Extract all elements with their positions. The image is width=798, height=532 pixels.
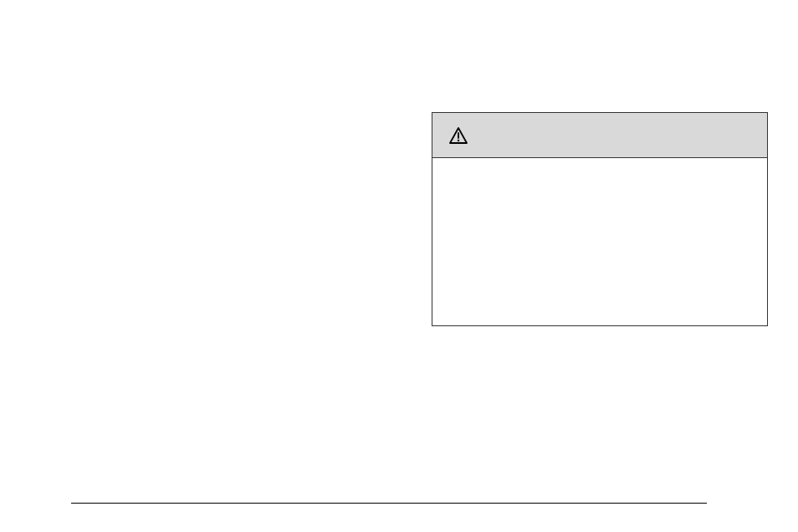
warning-callout-box [432, 112, 768, 326]
warning-callout-header [432, 113, 767, 158]
svg-point-2 [458, 139, 459, 141]
document-page [0, 0, 798, 532]
footer-divider [71, 503, 707, 504]
warning-body-text [432, 158, 767, 178]
warning-triangle-icon [449, 127, 468, 144]
